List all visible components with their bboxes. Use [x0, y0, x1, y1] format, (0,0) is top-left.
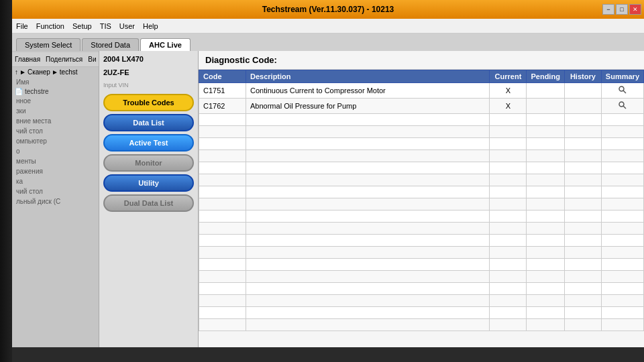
right-content: Diagnostic Code: Code Description Curren… — [199, 51, 644, 347]
empty-cell — [199, 259, 246, 271]
empty-cell — [199, 150, 246, 162]
close-button[interactable]: ✕ — [629, 4, 641, 15]
empty-cell — [527, 186, 564, 198]
empty-cell — [601, 126, 643, 138]
empty-row — [199, 319, 644, 331]
nav-share[interactable]: Поделиться — [46, 56, 83, 63]
empty-row — [199, 223, 644, 235]
empty-cell — [564, 210, 601, 223]
empty-row — [199, 138, 644, 150]
empty-cell — [199, 307, 246, 319]
empty-cell — [601, 186, 643, 198]
table-container: Code Description Current Pending History… — [199, 70, 644, 347]
empty-cell — [601, 283, 643, 295]
menu-user[interactable]: User — [119, 22, 135, 30]
svg-point-2 — [619, 102, 624, 107]
empty-cell — [246, 283, 490, 295]
empty-cell — [601, 271, 643, 283]
empty-cell — [564, 259, 601, 271]
empty-row — [199, 186, 644, 198]
nav-main[interactable]: Главная — [15, 56, 40, 63]
empty-cell — [527, 247, 564, 259]
empty-cell — [199, 114, 246, 126]
col-header-pending: Pending — [527, 70, 564, 83]
empty-cell — [490, 126, 527, 138]
tab-ahc-live[interactable]: AHC Live — [140, 38, 191, 51]
empty-cell — [564, 307, 601, 319]
empty-cell — [527, 223, 564, 235]
empty-cell — [246, 307, 490, 319]
empty-row — [199, 271, 644, 283]
empty-cell — [527, 114, 564, 126]
sidebar-chiy-stol[interactable]: чий стол — [12, 126, 99, 136]
sidebar-disk-c[interactable]: льный диск (С — [12, 196, 99, 206]
input-vin-label: Input VIN — [103, 82, 194, 88]
sidebar-razheniya[interactable]: ражения — [12, 166, 99, 176]
empty-cell — [527, 259, 564, 271]
menu-help[interactable]: Help — [143, 22, 158, 30]
dual-data-list-button: Dual Data List — [103, 194, 194, 212]
empty-cell — [246, 150, 490, 162]
col-header-history: History — [564, 70, 601, 83]
sidebar-vnie-mesta[interactable]: вние места — [12, 116, 99, 126]
sidebar-menty[interactable]: менты — [12, 156, 99, 166]
menu-file[interactable]: File — [16, 22, 28, 30]
tab-bar: System Select Stored Data AHC Live — [12, 34, 644, 51]
empty-cell — [490, 198, 527, 210]
empty-cell — [564, 283, 601, 295]
svg-line-3 — [623, 106, 626, 109]
title-text: Techstream (Ver.11.30.037) - 10213 — [262, 5, 394, 14]
empty-cell — [527, 198, 564, 210]
sidebar-ka: ка — [12, 176, 99, 186]
monitor-button: Monitor — [103, 154, 194, 172]
nav-techst[interactable]: techst — [60, 68, 78, 76]
empty-cell — [601, 247, 643, 259]
nav-view[interactable]: Ви — [88, 56, 96, 63]
empty-cell — [601, 319, 643, 331]
empty-cell — [527, 319, 564, 331]
trouble-codes-button[interactable]: Trouble Codes — [103, 94, 194, 111]
menu-tis[interactable]: TIS — [100, 22, 111, 30]
empty-cell — [246, 114, 490, 126]
sidebar-zki[interactable]: зки — [12, 106, 99, 116]
col-header-code: Code — [199, 70, 246, 83]
col-header-current: Current — [490, 70, 527, 83]
sidebar-chiy-stol2[interactable]: чий стол — [12, 186, 99, 196]
cell-summary[interactable] — [601, 99, 643, 114]
menu-setup[interactable]: Setup — [72, 22, 92, 30]
cell-summary[interactable] — [601, 83, 643, 99]
nav-arrow-right: ► — [19, 68, 26, 76]
empty-row — [199, 259, 644, 271]
utility-button[interactable]: Utility — [103, 174, 194, 192]
sidebar-o: о — [12, 146, 99, 156]
table-row: C1762Abnormal Oil Pressure for PumpX — [199, 99, 644, 114]
empty-cell — [564, 198, 601, 210]
empty-cell — [564, 271, 601, 283]
active-test-button[interactable]: Active Test — [103, 134, 194, 152]
col-header-summary: Summary — [601, 70, 643, 83]
empty-cell — [246, 319, 490, 331]
empty-cell — [246, 223, 490, 235]
nav-scanner[interactable]: Сканер — [28, 68, 50, 76]
empty-cell — [564, 174, 601, 186]
title-controls[interactable]: − □ ✕ — [602, 4, 641, 15]
empty-cell — [490, 114, 527, 126]
sidebar-kompyuter[interactable]: омпьютер — [12, 136, 99, 146]
empty-cell — [564, 186, 601, 198]
nav-arrow-up[interactable]: ↑ — [15, 68, 18, 76]
empty-cell — [564, 247, 601, 259]
empty-cell — [601, 138, 643, 150]
sidebar-file-item[interactable]: techstre — [25, 88, 49, 95]
cell-history — [564, 83, 601, 99]
table-row: C1751Continuous Current to Compressor Mo… — [199, 83, 644, 99]
minimize-button[interactable]: − — [602, 4, 614, 15]
empty-cell — [527, 235, 564, 247]
tab-system-select[interactable]: System Select — [16, 38, 80, 51]
restore-button[interactable]: □ — [616, 4, 628, 15]
menu-function[interactable]: Function — [36, 22, 64, 30]
tab-stored-data[interactable]: Stored Data — [82, 38, 139, 51]
empty-cell — [490, 307, 527, 319]
empty-row — [199, 174, 644, 186]
data-list-button[interactable]: Data List — [103, 114, 194, 131]
empty-cell — [527, 283, 564, 295]
